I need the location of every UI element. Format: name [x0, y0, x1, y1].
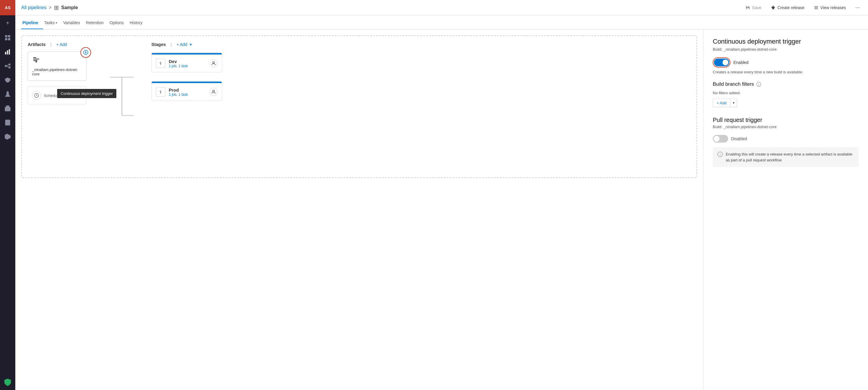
- sidebar: AS +: [0, 0, 15, 390]
- stage-card-prod: Prod 1 job, 1 task: [151, 81, 222, 101]
- more-menu-button[interactable]: ···: [853, 3, 862, 12]
- nav-tabs: Pipeline Tasks ▾ Variables Retention Opt…: [15, 15, 868, 29]
- artifact-card: _ninallam.pipelines-dotnet-core: [28, 52, 87, 81]
- stage-info-prod: Prod 1 job, 1 task: [169, 88, 206, 97]
- content-area: Artifacts | + Add: [15, 29, 868, 390]
- tab-tasks[interactable]: Tasks ▾: [43, 20, 62, 29]
- clock-icon: [34, 93, 39, 98]
- tab-retention[interactable]: Retention: [85, 20, 108, 29]
- svg-rect-23: [8, 135, 9, 139]
- sidebar-icon-library[interactable]: [0, 130, 15, 144]
- panel-title: Continuous deployment trigger: [713, 38, 859, 46]
- stage-trigger-icon-prod[interactable]: [156, 87, 165, 97]
- stage-user-icon-prod[interactable]: [209, 88, 218, 96]
- artifacts-label: Artifacts: [28, 42, 45, 47]
- stage-name-prod: Prod: [169, 88, 206, 92]
- view-releases-button[interactable]: View releases: [811, 4, 848, 11]
- stages-add-icon: + Add: [177, 42, 187, 47]
- sidebar-icon-boards[interactable]: [0, 31, 15, 45]
- create-release-button[interactable]: Create release: [769, 4, 807, 11]
- add-filter-dropdown-button[interactable]: ▾: [731, 99, 737, 107]
- no-filters-label: No filters added.: [713, 91, 859, 95]
- pull-request-toggle[interactable]: [713, 135, 728, 143]
- pipeline-canvas: Artifacts | + Add: [15, 29, 703, 390]
- pipeline-name: Sample: [61, 5, 78, 10]
- schedule-icon: [32, 91, 41, 100]
- build-branch-filters-info-icon[interactable]: i: [756, 82, 761, 87]
- sidebar-icon-artifacts[interactable]: [0, 101, 15, 116]
- svg-line-34: [36, 95, 37, 96]
- stage-user-icon-dev[interactable]: [209, 59, 218, 67]
- sidebar-icon-deploy[interactable]: [0, 73, 15, 87]
- svg-rect-2: [5, 38, 7, 40]
- view-releases-icon: [814, 5, 818, 10]
- build-icon: [32, 56, 40, 64]
- stage-trigger-icon-dev[interactable]: [156, 59, 165, 68]
- pull-request-toggle-label: Disabled: [731, 137, 747, 141]
- stage-jobs-prod[interactable]: 1 job, 1 task: [169, 92, 206, 97]
- pull-request-info-box: i Enabling this will create a release ev…: [713, 147, 859, 167]
- sidebar-icon-pipelines[interactable]: [0, 59, 15, 73]
- stage-lightning-icon-prod: [158, 89, 163, 95]
- svg-rect-6: [9, 49, 10, 55]
- user-avatar[interactable]: AS: [0, 0, 15, 15]
- save-button[interactable]: Save: [743, 4, 764, 11]
- artifact-name: _ninallam.pipelines-dotnet-core: [32, 67, 82, 76]
- sidebar-icon-shield[interactable]: [0, 375, 15, 390]
- tab-history[interactable]: History: [128, 20, 147, 29]
- svg-point-9: [9, 64, 10, 65]
- svg-rect-15: [6, 106, 9, 107]
- toggle-wrapper: [713, 57, 731, 67]
- breadcrumb-separator: >: [49, 5, 51, 10]
- all-pipelines-link[interactable]: All pipelines: [21, 5, 46, 10]
- pull-request-info-text: Enabling this will create a release ever…: [726, 151, 854, 163]
- toggle-description: Creates a release every time a new build…: [713, 70, 859, 74]
- stage-name-dev: Dev: [169, 59, 206, 64]
- stage-info-dev: Dev 1 job, 1 task: [169, 59, 206, 68]
- sidebar-icon-test[interactable]: [0, 87, 15, 101]
- artifacts-header: Artifacts | + Add: [28, 42, 110, 47]
- stages-section: Stages | + Add ▾: [134, 42, 691, 172]
- sidebar-icon-repos[interactable]: [0, 116, 15, 130]
- trigger-tooltip: Continuous deployment trigger: [57, 89, 116, 98]
- stage-card-body-dev: Dev 1 job, 1 task: [152, 55, 222, 72]
- stages-add-button[interactable]: + Add ▾: [177, 42, 191, 47]
- svg-point-10: [9, 67, 10, 68]
- stage-card-body-prod: Prod 1 job, 1 task: [152, 83, 222, 101]
- svg-rect-0: [5, 35, 7, 37]
- panel-subtitle: Build: _ninallam.pipelines-dotnet-core: [713, 47, 859, 52]
- stages-header: Stages | + Add ▾: [151, 42, 691, 47]
- tab-pipeline[interactable]: Pipeline: [21, 20, 43, 29]
- svg-rect-24: [9, 136, 10, 138]
- pipeline-diagram: Artifacts | + Add: [21, 35, 697, 178]
- stages-label: Stages: [151, 42, 166, 47]
- user-icon-prod: [212, 90, 216, 94]
- tab-options[interactable]: Options: [108, 20, 128, 29]
- pull-request-toggle-knob: [714, 136, 719, 142]
- build-branch-filters-title: Build branch filters i: [713, 81, 859, 87]
- add-project-button[interactable]: +: [0, 15, 15, 31]
- pull-request-toggle-container: Disabled: [713, 135, 859, 143]
- pull-request-subtitle: Build: _ninallam.pipelines-dotnet-core: [713, 125, 859, 129]
- tasks-dropdown-icon: ▾: [56, 21, 57, 25]
- svg-point-40: [213, 62, 214, 63]
- stage-jobs-dev[interactable]: 1 job, 1 task: [169, 64, 206, 68]
- user-icon-dev: [212, 61, 216, 65]
- sidebar-icon-analytics[interactable]: [0, 45, 15, 59]
- artifacts-section: Artifacts | + Add: [28, 42, 110, 172]
- add-filter-main-button[interactable]: + Add: [713, 99, 731, 107]
- build-branch-filters-label: Build branch filters: [713, 81, 754, 87]
- tab-variables[interactable]: Variables: [62, 20, 85, 29]
- toggle-label: Enabled: [734, 60, 748, 65]
- stages-divider: |: [170, 42, 172, 47]
- enabled-toggle[interactable]: [714, 59, 729, 66]
- breadcrumb: All pipelines > ⊞ Sample: [21, 4, 741, 11]
- artifacts-divider: |: [50, 42, 52, 47]
- artifacts-add-button[interactable]: + Add: [56, 42, 67, 47]
- stages-add-chevron-icon: ▾: [190, 42, 192, 47]
- svg-rect-1: [8, 35, 10, 37]
- add-filter-button: + Add ▾: [713, 99, 737, 107]
- svg-rect-28: [33, 57, 36, 58]
- pull-request-info-icon: i: [717, 152, 723, 157]
- trigger-button[interactable]: [81, 47, 91, 58]
